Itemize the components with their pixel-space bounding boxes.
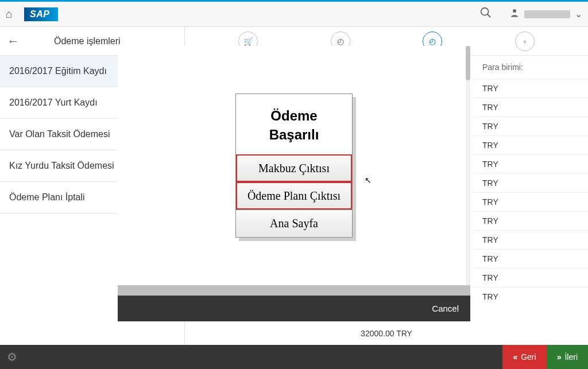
modal-body: ÖdemeBaşarılı Makbuz Çıktısı Ödeme Planı…	[118, 46, 470, 285]
next-button-label: İleri	[564, 352, 578, 362]
modal-footer: Cancel	[118, 296, 470, 321]
currency-column: Para birimi: TRY TRY TRY TRY TRY TRY TRY…	[473, 56, 588, 306]
currency-row: TRY	[473, 230, 588, 249]
svg-line-1	[488, 14, 491, 17]
home-icon[interactable]: ⌂	[6, 7, 13, 21]
modal-panel: ÖdemeBaşarılı Makbuz Çıktısı Ödeme Planı…	[235, 94, 353, 237]
modal-title: ÖdemeBaşarılı	[236, 94, 352, 154]
currency-row: TRY	[473, 135, 588, 154]
currency-row: TRY	[473, 98, 588, 116]
currency-row: TRY	[473, 249, 588, 268]
makbuz-ciktisi-button[interactable]: Makbuz Çıktısı	[236, 154, 352, 182]
chevron-down-icon: ⌄	[575, 9, 582, 20]
currency-row: TRY	[473, 192, 588, 211]
user-menu[interactable]: ⌄	[509, 7, 582, 21]
footer: ⚙ « Geri » İleri	[0, 345, 588, 369]
currency-row: TRY	[473, 173, 588, 192]
currency-row: TRY	[473, 287, 588, 306]
total-amount: 32000.00 TRY	[185, 329, 588, 338]
modal: ÖdemeBaşarılı Makbuz Çıktısı Ödeme Planı…	[118, 46, 470, 321]
back-button-label: Geri	[521, 352, 536, 362]
search-icon[interactable]	[479, 6, 492, 22]
scrollbar-thumb[interactable]	[466, 46, 470, 80]
svg-point-2	[513, 9, 516, 13]
cancel-button[interactable]: Cancel	[432, 304, 459, 313]
currency-row: TRY	[473, 116, 588, 135]
chevron-right-double-icon: »	[557, 352, 562, 362]
gear-icon[interactable]: ⚙	[7, 350, 17, 364]
sap-logo: SAP	[24, 7, 57, 21]
scrollbar-track[interactable]	[466, 46, 470, 285]
user-name	[524, 10, 570, 18]
cursor-icon: ↖	[365, 176, 372, 185]
currency-row: TRY	[473, 211, 588, 230]
chevron-left-double-icon: «	[513, 352, 517, 362]
svg-point-0	[481, 7, 489, 15]
currency-row: TRY	[473, 154, 588, 173]
user-icon	[509, 7, 520, 21]
next-button[interactable]: » İleri	[547, 345, 588, 369]
back-button[interactable]: « Geri	[502, 345, 546, 369]
odeme-plani-ciktisi-button[interactable]: Ödeme Planı Çıktısı	[236, 182, 352, 209]
app-header: ⌂ SAP ⌄	[0, 2, 588, 27]
currency-header: Para birimi:	[473, 56, 588, 79]
back-arrow-icon[interactable]: ←	[7, 34, 20, 49]
ana-sayfa-button[interactable]: Ana Sayfa	[236, 209, 352, 237]
step-icon-4[interactable]: ▫	[515, 32, 535, 51]
sidebar-title: Ödeme işlemleri	[54, 36, 121, 46]
currency-row: TRY	[473, 79, 588, 98]
currency-row: TRY	[473, 268, 588, 287]
